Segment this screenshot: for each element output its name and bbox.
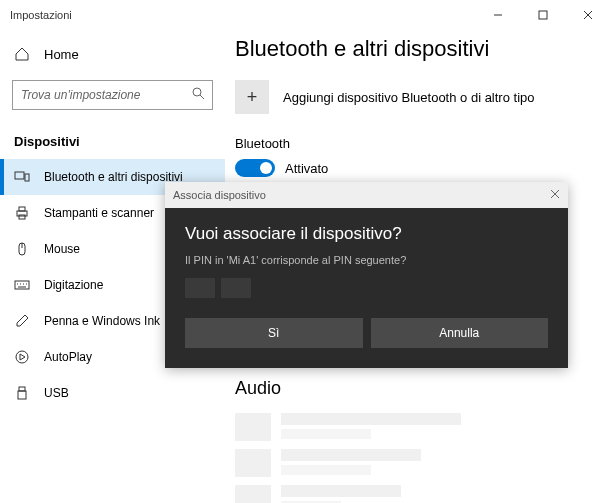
pair-device-dialog: Associa dispositivo Vuoi associare il di…	[165, 182, 568, 368]
toggle-state-label: Attivato	[285, 161, 328, 176]
keyboard-icon	[14, 277, 30, 293]
sidebar-item-usb[interactable]: USB	[0, 375, 225, 411]
category-heading: Dispositivi	[0, 120, 225, 159]
search-input[interactable]	[12, 80, 213, 110]
sidebar-item-label: Mouse	[44, 242, 80, 256]
add-device-button[interactable]: + Aggiungi dispositivo Bluetooth o di al…	[235, 80, 590, 114]
sidebar-item-label: Penna e Windows Ink	[44, 314, 160, 328]
minimize-button[interactable]	[475, 0, 520, 30]
plus-icon: +	[235, 80, 269, 114]
audio-device-list	[235, 413, 590, 503]
list-item[interactable]	[235, 413, 590, 441]
pen-icon	[14, 313, 30, 329]
cancel-button[interactable]: Annulla	[371, 318, 549, 348]
list-item[interactable]	[235, 449, 590, 477]
sidebar-item-label: USB	[44, 386, 69, 400]
mouse-icon	[14, 241, 30, 257]
printer-icon	[14, 205, 30, 221]
svg-point-19	[16, 351, 28, 363]
svg-rect-21	[18, 391, 26, 399]
window-controls	[475, 0, 610, 30]
svg-rect-13	[15, 281, 29, 289]
dialog-subtext: Il PIN in 'Mi A1' corrisponde al PIN seg…	[185, 254, 548, 266]
sidebar-item-label: Stampanti e scanner	[44, 206, 154, 220]
minimize-icon	[493, 10, 503, 20]
bluetooth-toggle[interactable]	[235, 159, 275, 177]
sidebar-item-label: AutoPlay	[44, 350, 92, 364]
autoplay-icon	[14, 349, 30, 365]
usb-icon	[14, 385, 30, 401]
window-title: Impostazioni	[10, 9, 72, 21]
dialog-title: Associa dispositivo	[173, 189, 266, 201]
svg-point-4	[193, 88, 201, 96]
bluetooth-label: Bluetooth	[235, 136, 590, 151]
close-icon	[550, 189, 560, 199]
dialog-close-button[interactable]	[550, 189, 560, 201]
dialog-buttons: Sì Annulla	[185, 318, 548, 348]
window-titlebar: Impostazioni	[0, 0, 610, 30]
dialog-body: Vuoi associare il dispositivo? Il PIN in…	[165, 208, 568, 368]
maximize-button[interactable]	[520, 0, 565, 30]
svg-rect-20	[19, 387, 25, 391]
home-link[interactable]: Home	[0, 38, 225, 70]
add-device-label: Aggiungi dispositivo Bluetooth o di altr…	[283, 90, 535, 105]
sidebar-item-label: Bluetooth e altri dispositivi	[44, 170, 183, 184]
close-icon	[583, 10, 593, 20]
sidebar-item-label: Digitazione	[44, 278, 103, 292]
toggle-knob	[260, 162, 272, 174]
svg-rect-6	[15, 172, 24, 179]
pin-block	[185, 278, 215, 298]
list-item[interactable]	[235, 485, 590, 503]
svg-rect-7	[25, 174, 29, 181]
dialog-titlebar: Associa dispositivo	[165, 182, 568, 208]
bluetooth-toggle-row: Attivato	[235, 159, 590, 177]
svg-line-5	[200, 95, 204, 99]
audio-heading: Audio	[235, 378, 590, 399]
dialog-heading: Vuoi associare il dispositivo?	[185, 224, 548, 244]
yes-button[interactable]: Sì	[185, 318, 363, 348]
home-icon	[14, 46, 30, 62]
svg-rect-1	[539, 11, 547, 19]
devices-icon	[14, 169, 30, 185]
pin-block	[221, 278, 251, 298]
pin-display	[185, 278, 548, 298]
home-label: Home	[44, 47, 79, 62]
page-title: Bluetooth e altri dispositivi	[235, 36, 590, 62]
search-icon	[191, 86, 207, 102]
svg-rect-9	[19, 207, 25, 211]
search-wrapper	[12, 80, 213, 110]
close-button[interactable]	[565, 0, 610, 30]
maximize-icon	[538, 10, 548, 20]
